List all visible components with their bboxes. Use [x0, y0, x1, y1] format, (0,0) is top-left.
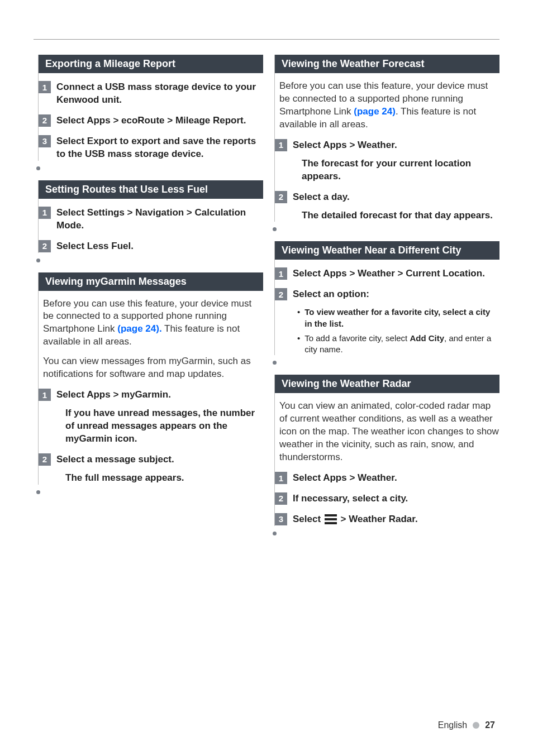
step-note: The forecast for your current location a… — [302, 157, 499, 183]
language-label: English — [438, 720, 467, 730]
left-column: Exporting a Mileage Report 1 Connect a U… — [38, 45, 263, 539]
bullet-text: To add a favorite city, select Add City,… — [304, 333, 499, 356]
step-number-badge: 1 — [275, 139, 287, 151]
step-text: Select Apps > Weather > Current Location… — [293, 267, 485, 280]
section-mygarmin: Viewing myGarmin Messages Before you can… — [38, 272, 263, 485]
step-number-badge: 2 — [275, 288, 287, 300]
step: 2 Select Apps > ecoRoute > Mileage Repor… — [39, 114, 263, 127]
step: 2 Select Less Fuel. — [39, 240, 263, 253]
step-number-badge: 2 — [275, 191, 287, 203]
step-note: The detailed forecast for that day appea… — [302, 209, 499, 222]
step-text: Select Apps > ecoRoute > Mileage Report. — [56, 114, 246, 127]
step-number-badge: 1 — [39, 389, 51, 401]
step-number-badge: 2 — [39, 240, 51, 252]
step: 1 Select Apps > Weather. — [275, 139, 499, 152]
step-number-badge: 1 — [275, 267, 287, 280]
step-text: Connect a USB mass storage device to you… — [56, 81, 263, 107]
bullet-list: • To view weather for a favorite city, s… — [297, 307, 499, 355]
top-rule — [34, 39, 499, 40]
step: 2 Select an option: — [275, 288, 499, 301]
bullet-text: To view weather for a favorite city, sel… — [304, 307, 499, 329]
body-paragraph: Before you can use this feature, your de… — [43, 298, 263, 349]
step: 1 Select Apps > Weather. — [275, 472, 499, 485]
section-weather-radar: Viewing the Weather Radar You can view a… — [274, 375, 499, 526]
page-number: 27 — [485, 720, 495, 730]
menu-icon — [325, 514, 337, 524]
step-text: Select an option: — [293, 288, 369, 301]
step: 2 Select a day. — [275, 191, 499, 204]
step: 1 Select Apps > myGarmin. — [39, 389, 263, 401]
body-paragraph: You can view an animated, color-coded ra… — [279, 400, 499, 464]
step-number-badge: 1 — [39, 207, 51, 219]
step-note: The full message appears. — [65, 472, 263, 485]
step-number-badge: 2 — [39, 114, 51, 127]
step: 2 If necessary, select a city. — [275, 492, 499, 505]
footer-dot-icon — [473, 722, 479, 729]
step-text: Select Apps > Weather. — [293, 472, 397, 485]
step-number-badge: 2 — [275, 492, 287, 505]
bullet-item: • To view weather for a favorite city, s… — [297, 307, 499, 329]
page-link[interactable]: (page 24) — [354, 106, 396, 117]
step-number-badge: 1 — [275, 472, 287, 484]
step-text: Select a message subject. — [56, 453, 174, 466]
page-footer: English 27 — [438, 720, 495, 730]
page-link[interactable]: (page 24). — [117, 323, 161, 334]
step: 1 Select Apps > Weather > Current Locati… — [275, 267, 499, 280]
section-exporting-mileage: Exporting a Mileage Report 1 Connect a U… — [38, 55, 263, 161]
step-text: Select Apps > Weather. — [293, 139, 397, 152]
text: > Weather Radar. — [338, 514, 418, 524]
bullet-dot-icon: • — [297, 307, 300, 329]
step-text: If necessary, select a city. — [293, 492, 408, 505]
section-heading: Viewing the Weather Forecast — [275, 55, 499, 73]
bold-text: Add City — [410, 333, 444, 343]
step-number-badge: 3 — [39, 135, 51, 147]
section-end-dot-icon — [273, 227, 277, 231]
step-text: Select a day. — [293, 191, 350, 204]
bullet-item: • To add a favorite city, select Add Cit… — [297, 333, 499, 356]
step-text: Select Less Fuel. — [56, 240, 134, 253]
step: 3 Select > Weather Radar. — [275, 513, 499, 526]
text: Select — [293, 514, 323, 524]
step: 2 Select a message subject. — [39, 453, 263, 466]
section-end-dot-icon — [273, 361, 277, 365]
section-weather-forecast: Viewing the Weather Forecast Before you … — [274, 55, 499, 222]
step-text: Select Apps > myGarmin. — [56, 389, 171, 401]
step-number-badge: 1 — [39, 81, 51, 93]
step-text: Select Export to export and save the rep… — [56, 135, 263, 161]
section-end-dot-icon — [36, 259, 40, 262]
step-number-badge: 2 — [39, 453, 51, 466]
bullet-dot-icon: • — [297, 333, 300, 356]
step-text: Select > Weather Radar. — [293, 513, 418, 526]
step-number-badge: 3 — [275, 513, 287, 525]
body-paragraph: Before you can use this feature, your de… — [279, 80, 499, 131]
body-paragraph: You can view messages from myGarmin, suc… — [43, 355, 263, 381]
text: To add a favorite city, select — [304, 333, 410, 343]
section-heading: Exporting a Mileage Report — [39, 55, 263, 73]
section-less-fuel: Setting Routes that Use Less Fuel 1 Sele… — [38, 180, 263, 253]
step-text: Select Settings > Navigation > Calculati… — [56, 207, 263, 232]
right-column: Viewing the Weather Forecast Before you … — [274, 45, 499, 539]
section-heading: Viewing myGarmin Messages — [39, 272, 263, 291]
section-end-dot-icon — [273, 532, 277, 535]
section-heading: Setting Routes that Use Less Fuel — [39, 180, 263, 199]
step: 3 Select Export to export and save the r… — [39, 135, 263, 161]
section-end-dot-icon — [36, 166, 40, 170]
step-note: If you have unread messages, the number … — [65, 407, 263, 446]
columns: Exporting a Mileage Report 1 Connect a U… — [38, 45, 499, 539]
section-heading: Viewing Weather Near a Different City — [275, 241, 499, 260]
step: 1 Select Settings > Navigation > Calcula… — [39, 207, 263, 232]
section-heading: Viewing the Weather Radar — [275, 375, 499, 393]
step: 1 Connect a USB mass storage device to y… — [39, 81, 263, 107]
document-page: Exporting a Mileage Report 1 Connect a U… — [0, 0, 533, 756]
section-weather-different-city: Viewing Weather Near a Different City 1 … — [274, 241, 499, 355]
section-end-dot-icon — [36, 490, 40, 494]
